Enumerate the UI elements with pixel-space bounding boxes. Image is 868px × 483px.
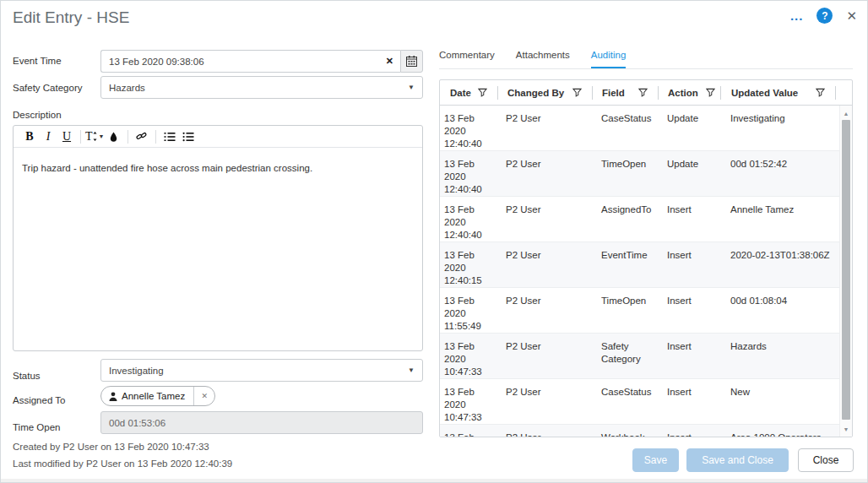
right-panel-tabs: Commentary Attachments Auditing [439, 50, 853, 69]
created-by-text: Created by P2 User on 13 Feb 2020 10:47:… [13, 442, 209, 452]
chevron-down-icon: ▼ [408, 366, 415, 374]
link-icon [136, 131, 147, 142]
assignee-name: Annelle Tamez [122, 391, 185, 401]
cell-date: 13 Feb 2020 11:55:49 [440, 288, 497, 333]
cell-action: Update [658, 106, 720, 150]
toolbar-divider [80, 130, 81, 144]
filter-icon[interactable] [706, 88, 715, 97]
more-options-icon[interactable]: ... [790, 12, 804, 20]
description-textarea[interactable]: Trip hazard - unattended fire hose acros… [14, 148, 422, 173]
save-button[interactable]: Save [632, 448, 679, 472]
bullet-list-button[interactable] [179, 128, 198, 146]
table-row[interactable]: 13 Feb 2020 12:40:40 P2 User CaseStatus … [440, 106, 852, 151]
dialog-bottom-edge [1, 479, 867, 482]
save-and-close-button[interactable]: Save and Close [686, 448, 789, 472]
cell-changed-by: P2 User [497, 425, 592, 437]
cell-field: TimeOpen [592, 151, 658, 196]
table-row[interactable]: 13 Feb 2020 12:40:15 P2 User EventTime I… [440, 242, 852, 288]
event-time-field: 13 Feb 2020 09:38:06 ✕ [100, 50, 423, 73]
calendar-button[interactable] [400, 50, 423, 73]
scroll-up-icon[interactable]: ▲ [840, 107, 852, 119]
droplet-icon [110, 132, 117, 142]
cell-action: Insert [658, 242, 720, 287]
scrollbar-thumb[interactable] [842, 120, 850, 420]
column-header-changed-by[interactable]: Changed By [498, 80, 592, 105]
event-time-input[interactable]: 13 Feb 2020 09:38:06 ✕ [100, 50, 400, 73]
status-label: Status [13, 371, 41, 381]
cell-changed-by: P2 User [497, 334, 592, 378]
toolbar-divider [155, 130, 156, 144]
audit-table-body: 13 Feb 2020 12:40:40 P2 User CaseStatus … [440, 106, 852, 437]
text-color-button[interactable] [105, 128, 123, 146]
close-button[interactable]: Close [798, 448, 854, 472]
table-row[interactable]: 13 Feb 2020 12:40:40 P2 User AssignedTo … [440, 197, 852, 242]
cell-changed-by: P2 User [497, 242, 592, 287]
clear-icon[interactable]: ✕ [386, 56, 393, 67]
chevron-down-icon: ▼ [99, 133, 105, 140]
remove-assignee-icon[interactable]: ✕ [194, 387, 214, 405]
table-row[interactable]: 13 Feb 2020 11:55:49 P2 User TimeOpen In… [440, 288, 852, 334]
cell-changed-by: P2 User [497, 106, 592, 150]
time-open-value: 00d 01:53:06 [109, 418, 165, 428]
safety-category-value: Hazards [109, 83, 145, 93]
cell-date: 13 Feb 2020 10:47:33 [440, 379, 497, 424]
cell-action: Insert [658, 334, 720, 378]
link-button[interactable] [133, 128, 151, 146]
cell-field: AssignedTo [592, 197, 658, 242]
audit-rows: 13 Feb 2020 12:40:40 P2 User CaseStatus … [440, 106, 852, 437]
audit-table: Date Changed By Field Action Updated Val… [439, 79, 853, 437]
assignee-chip[interactable]: Annelle Tamez ✕ [100, 386, 215, 406]
filter-icon[interactable] [478, 88, 487, 97]
help-icon[interactable]: ? [816, 8, 833, 24]
ordered-list-icon [164, 132, 176, 142]
table-row[interactable]: 13 Feb 2020 10:47:33 P2 User Safety Cate… [440, 334, 852, 379]
page-title: Edit Entry - HSE [13, 8, 129, 27]
scroll-down-icon[interactable]: ▼ [840, 423, 852, 435]
cell-updated-value: New [720, 379, 838, 424]
tab-commentary[interactable]: Commentary [439, 50, 495, 68]
table-row[interactable]: 13 Feb 2020 12:40:40 P2 User TimeOpen Up… [440, 151, 852, 197]
close-icon[interactable]: ✕ [846, 8, 857, 24]
cell-changed-by: P2 User [497, 197, 592, 242]
cell-updated-value: 00d 01:52:42 [720, 151, 838, 196]
column-header-date[interactable]: Date [440, 80, 497, 105]
last-modified-text: Last modified by P2 User on 13 Feb 2020 … [13, 459, 232, 469]
resize-arrows-icon [93, 132, 97, 141]
underline-button[interactable]: U [57, 128, 76, 146]
bold-button[interactable]: B [20, 128, 39, 146]
assigned-to-label: Assigned To [13, 395, 65, 405]
cell-changed-by: P2 User [497, 151, 592, 196]
cell-action: Insert [658, 288, 720, 333]
cell-action: Update [658, 151, 720, 196]
font-size-button[interactable]: T▼ [85, 128, 105, 146]
vertical-scrollbar[interactable]: ▲ ▼ [839, 106, 852, 437]
safety-category-label: Safety Category [13, 83, 82, 93]
column-header-updated-value[interactable]: Updated Value [721, 80, 835, 105]
filter-icon[interactable] [816, 88, 825, 97]
cell-date: 13 Feb 2020 12:40:40 [440, 151, 497, 196]
event-time-value: 13 Feb 2020 09:38:06 [109, 57, 204, 67]
table-row[interactable]: 13 Feb 2020 10:47:33 P2 User CaseStatus … [440, 379, 852, 425]
calendar-icon [406, 56, 417, 67]
tab-auditing[interactable]: Auditing [591, 50, 627, 68]
column-header-field[interactable]: Field [593, 80, 658, 105]
safety-category-select[interactable]: Hazards ▼ [100, 76, 423, 99]
ordered-list-button[interactable] [160, 128, 179, 146]
italic-button[interactable]: I [39, 128, 57, 146]
description-label: Description [13, 110, 62, 120]
column-header-action[interactable]: Action [659, 80, 720, 105]
description-editor: B I U T▼ [13, 125, 423, 351]
cell-field: Safety Category [592, 334, 658, 378]
tab-attachments[interactable]: Attachments [516, 50, 570, 68]
filter-icon[interactable] [638, 88, 648, 97]
table-row[interactable]: 13 Feb 2020 10:47:33 P2 User Workbook In… [440, 425, 852, 437]
chevron-down-icon: ▼ [408, 84, 415, 91]
cell-date: 13 Feb 2020 10:47:33 [440, 425, 497, 437]
cell-updated-value: Investigating [720, 106, 838, 150]
filter-icon[interactable] [572, 88, 582, 97]
status-select[interactable]: Investigating ▼ [100, 359, 423, 382]
person-icon [109, 392, 117, 401]
cell-action: Insert [658, 425, 720, 437]
cell-field: Workbook [592, 425, 658, 437]
cell-updated-value: 2020-02-13T01:38:06Z [720, 242, 838, 287]
